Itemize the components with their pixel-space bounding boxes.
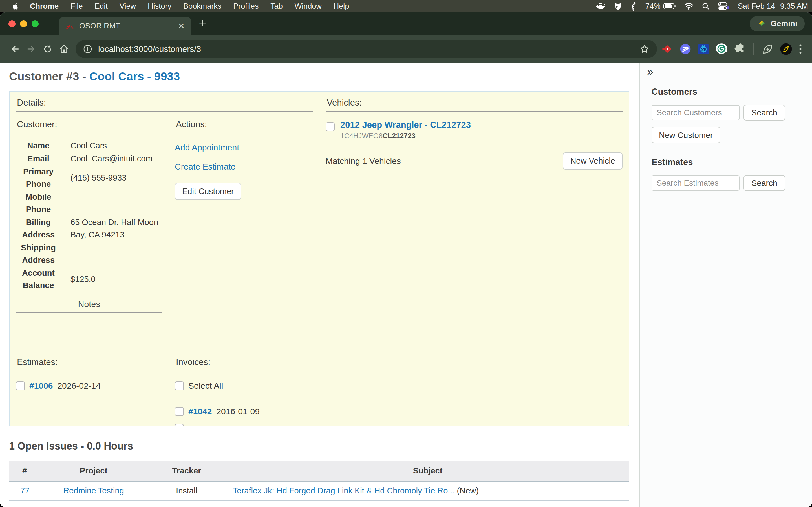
search-customers-input[interactable]: [652, 105, 740, 120]
vehicle-link[interactable]: 2012 Jeep Wrangler - CL212723: [340, 120, 471, 130]
estimates-header: Estimates:: [16, 355, 162, 371]
tab-close-icon[interactable]: ✕: [178, 21, 185, 31]
new-customer-button[interactable]: New Customer: [652, 127, 720, 143]
menu-bookmarks[interactable]: Bookmarks: [177, 2, 227, 11]
estimate-checkbox[interactable]: [16, 381, 25, 390]
new-tab-button[interactable]: +: [199, 15, 206, 31]
estimate-link[interactable]: #1006: [29, 381, 53, 391]
tab-osor-rmt[interactable]: OSOR RMT ✕: [59, 17, 192, 35]
bookmark-star-icon[interactable]: [640, 44, 650, 54]
menu-file[interactable]: File: [64, 2, 89, 11]
menu-window[interactable]: Window: [289, 2, 327, 11]
profile-avatar[interactable]: [780, 43, 792, 55]
close-window-button[interactable]: [8, 20, 15, 27]
page-title-prefix: Customer #3 -: [9, 70, 89, 83]
extensions-puzzle-icon[interactable]: [733, 43, 746, 55]
field-row-email: Email Cool_Cars@intuit.com: [16, 152, 162, 165]
vehicle-vin: 1C4HJWEG8CL212723: [340, 132, 471, 140]
col-tracker-header: Tracker: [147, 461, 226, 481]
extensions-row: @: [661, 43, 805, 55]
chrome-menu-kebab-icon[interactable]: [799, 43, 802, 55]
time-text: 9:35 AM: [780, 2, 808, 11]
page-title-customer-link[interactable]: Cool Cars - 9933: [89, 70, 180, 83]
issue-status: (New): [455, 486, 479, 495]
ext-purple-circle-icon[interactable]: [679, 43, 691, 55]
svg-text:@: @: [701, 46, 706, 53]
actions-header: Actions:: [175, 117, 313, 133]
edit-customer-button[interactable]: Edit Customer: [175, 183, 241, 200]
ext-grammarly-icon[interactable]: [716, 43, 727, 55]
gemini-star-icon: [758, 19, 765, 27]
menu-view[interactable]: View: [114, 2, 142, 11]
invoice-row: #1042 2016-01-09: [175, 407, 313, 416]
date-text: Sat Feb 14: [738, 2, 775, 11]
issue-id-link[interactable]: 77: [20, 486, 29, 495]
ext-red-gem-icon[interactable]: [661, 43, 673, 55]
ext-blue-lock-icon[interactable]: @: [698, 43, 709, 55]
menu-chrome[interactable]: Chrome: [24, 2, 64, 11]
battery-indicator: 74%: [645, 2, 676, 11]
col-project-header: Project: [40, 461, 147, 481]
create-estimate-link[interactable]: Create Estimate: [175, 162, 313, 172]
apple-menu-icon[interactable]: [7, 2, 24, 10]
wifi-icon[interactable]: [684, 3, 693, 10]
open-issues-table: # Project Tracker Subject 77 Redmine Tes…: [9, 460, 629, 501]
url-text[interactable]: localhost:3000/customers/3: [98, 44, 201, 54]
select-all-label: Select All: [188, 381, 223, 391]
fox-badge-icon[interactable]: [614, 2, 622, 10]
spotlight-search-icon[interactable]: [702, 2, 710, 10]
menu-bar-clock: Sat Feb 14 9:35 AM: [738, 2, 808, 11]
menu-edit[interactable]: Edit: [89, 2, 114, 11]
forward-button[interactable]: [23, 41, 40, 57]
customer-field-rows: Name Cool Cars Email Cool_Cars@intuit.co…: [16, 139, 162, 291]
issue-project-link[interactable]: Redmine Testing: [63, 486, 124, 495]
new-vehicle-button[interactable]: New Vehicle: [563, 152, 622, 170]
vehicle-checkbox[interactable]: [326, 122, 335, 131]
invoice-checkbox[interactable]: [175, 424, 184, 426]
open-issues-heading: 1 Open Issues - 0.0 Hours: [9, 440, 639, 452]
seahorse-icon[interactable]: [631, 2, 637, 11]
control-center-icon[interactable]: [718, 2, 729, 10]
performance-leaf-icon[interactable]: [762, 43, 774, 55]
sidebar-customers-heading: Customers: [652, 87, 812, 97]
main-panel: Customer #3 - Cool Cars - 9933 Details: …: [0, 63, 639, 507]
sidebar-collapse-chevron[interactable]: »: [647, 66, 812, 77]
invoice-checkbox[interactable]: [175, 407, 184, 416]
issue-row: 77 Redmine Testing Install Teraflex Jk: …: [9, 481, 629, 500]
field-row-account-balance: Account Balance $125.0: [16, 267, 162, 291]
address-bar[interactable]: localhost:3000/customers/3: [75, 40, 657, 58]
site-info-icon[interactable]: [83, 44, 93, 54]
field-row-billing-address: Billing Address 65 Ocean Dr. Half Moon B…: [16, 216, 162, 241]
docker-icon[interactable]: [596, 2, 605, 10]
details-header: Details:: [16, 96, 313, 112]
search-customers-button[interactable]: Search: [744, 105, 785, 121]
col-subject-header: Subject: [226, 461, 629, 481]
invoices-divider: [175, 399, 313, 399]
window-controls: [0, 20, 46, 27]
invoice-link[interactable]: #1042: [188, 407, 212, 416]
sidebar-estimates-heading: Estimates: [652, 157, 812, 167]
menu-history[interactable]: History: [142, 2, 177, 11]
back-button[interactable]: [7, 41, 23, 57]
select-all-checkbox[interactable]: [175, 381, 184, 390]
menu-profiles[interactable]: Profiles: [227, 2, 264, 11]
browser-toolbar: localhost:3000/customers/3 @: [0, 35, 812, 63]
search-estimates-input[interactable]: [652, 175, 740, 191]
sidebar-customers-section: Customers Search New Customer: [652, 87, 812, 143]
invoices-header: Invoices:: [175, 355, 313, 371]
invoice-link[interactable]: #1004: [188, 424, 212, 426]
customer-details-card: Details: Customer: Name Cool Cars: [9, 91, 629, 426]
issue-subject-link[interactable]: Teraflex Jk: Hd Forged Drag Link Kit & H…: [233, 486, 455, 495]
minimize-window-button[interactable]: [20, 20, 27, 27]
home-button[interactable]: [56, 41, 72, 57]
add-appointment-link[interactable]: Add Appointment: [175, 143, 313, 152]
search-estimates-button[interactable]: Search: [744, 175, 785, 191]
menu-help[interactable]: Help: [327, 2, 355, 11]
menu-tab[interactable]: Tab: [264, 2, 289, 11]
reload-button[interactable]: [40, 41, 56, 57]
vehicles-header: Vehicles:: [326, 96, 622, 112]
col-id-header: #: [9, 461, 40, 481]
zoom-window-button[interactable]: [32, 20, 39, 27]
gemini-button[interactable]: Gemini: [750, 16, 805, 31]
battery-percent: 74%: [645, 2, 661, 11]
